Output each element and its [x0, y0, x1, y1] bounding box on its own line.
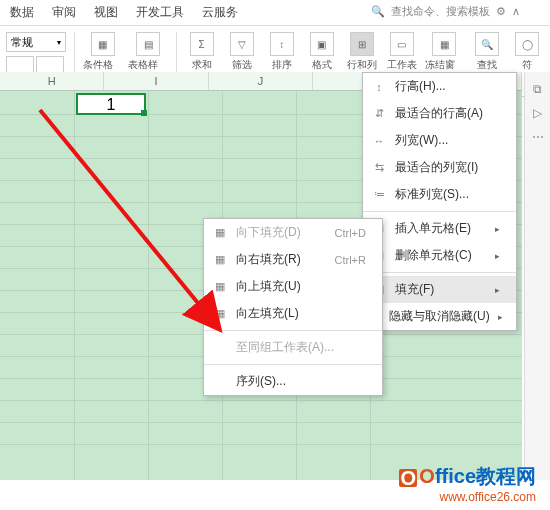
mi-delete-cells[interactable]: ⊟删除单元格(C)▸: [363, 242, 516, 269]
chevron-down-icon: ▾: [57, 38, 61, 47]
fill-left-icon: ▦: [212, 307, 228, 321]
submenu-arrow-icon: ▸: [495, 285, 500, 295]
collapse-icon[interactable]: ∧: [512, 5, 520, 18]
panel-toggle-icon[interactable]: ⧉: [533, 82, 542, 96]
mi-fill-right[interactable]: ▦向右填充(R)Ctrl+R: [204, 246, 382, 273]
std-width-icon: ≔: [371, 188, 387, 202]
btn-sort[interactable]: ↕排序: [265, 32, 299, 72]
col-h[interactable]: H: [0, 72, 104, 90]
fill-up-icon: ▦: [212, 280, 228, 294]
tab-dev[interactable]: 开发工具: [136, 4, 184, 21]
btn-rows-cols[interactable]: ⊞行和列: [345, 32, 379, 72]
btn-symbol[interactable]: ◯符: [510, 32, 544, 72]
rows-cols-menu: ↕行高(H)... ⇵最适合的行高(A) ↔列宽(W)... ⇆最适合的列宽(I…: [362, 72, 517, 331]
search-icon: 🔍: [371, 5, 385, 18]
mi-std-width[interactable]: ≔标准列宽(S)...: [363, 181, 516, 208]
fill-down-icon: ▦: [212, 226, 228, 240]
mi-hide[interactable]: ◫隐藏与取消隐藏(U)▸: [363, 303, 516, 330]
submenu-arrow-icon: ▸: [495, 251, 500, 261]
side-panel: ⧉ ▷ ⋯: [524, 72, 550, 480]
fill-submenu: ▦向下填充(D)Ctrl+D ▦向右填充(R)Ctrl+R ▦向上填充(U) ▦…: [203, 218, 383, 396]
btn-format[interactable]: ▣格式: [305, 32, 339, 72]
search-area[interactable]: 🔍 查找命令、搜索模板 ⚙ ∧: [371, 4, 520, 19]
mi-autofit-row[interactable]: ⇵最适合的行高(A): [363, 100, 516, 127]
submenu-arrow-icon: ▸: [495, 224, 500, 234]
tab-data[interactable]: 数据: [10, 4, 34, 21]
col-i[interactable]: I: [104, 72, 208, 90]
search-placeholder: 查找命令、搜索模板: [391, 4, 490, 19]
cell-style-select[interactable]: 常规▾: [6, 32, 66, 52]
watermark: OOffice教程网 www.office26.com: [399, 463, 536, 504]
mi-fill-left[interactable]: ▦向左填充(L): [204, 300, 382, 327]
settings-icon[interactable]: ⚙: [496, 5, 506, 18]
mi-insert-cells[interactable]: ⊞插入单元格(E)▸: [363, 215, 516, 242]
mi-col-width[interactable]: ↔列宽(W)...: [363, 127, 516, 154]
mi-autofit-col[interactable]: ⇆最适合的列宽(I): [363, 154, 516, 181]
autofit-col-icon: ⇆: [371, 161, 387, 175]
tab-review[interactable]: 审阅: [52, 4, 76, 21]
btn-worksheet[interactable]: ▭工作表: [385, 32, 419, 72]
btn-find[interactable]: 🔍查找: [470, 32, 504, 72]
col-j[interactable]: J: [209, 72, 313, 90]
more-icon[interactable]: ⋯: [532, 130, 544, 144]
mi-series[interactable]: 序列(S)...: [204, 368, 382, 395]
mi-fill-down: ▦向下填充(D)Ctrl+D: [204, 219, 382, 246]
submenu-arrow-icon: ▸: [498, 312, 503, 322]
autofit-row-icon: ⇵: [371, 107, 387, 121]
selected-cell[interactable]: 1: [76, 93, 146, 115]
cell-value: 1: [107, 96, 116, 113]
tab-view[interactable]: 视图: [94, 4, 118, 21]
mi-row-height[interactable]: ↕行高(H)...: [363, 73, 516, 100]
tab-cloud[interactable]: 云服务: [202, 4, 238, 21]
mi-fill-up[interactable]: ▦向上填充(U): [204, 273, 382, 300]
mi-fill-group: 至同组工作表(A)...: [204, 334, 382, 361]
row-height-icon: ↕: [371, 80, 387, 94]
btn-filter[interactable]: ▽筛选: [225, 32, 259, 72]
fill-right-icon: ▦: [212, 253, 228, 267]
mi-fill[interactable]: ▦填充(F)▸: [363, 276, 516, 303]
btn-sum[interactable]: Σ求和: [185, 32, 219, 72]
fill-handle[interactable]: [141, 110, 147, 116]
col-width-icon: ↔: [371, 134, 387, 148]
select-tool-icon[interactable]: ▷: [533, 106, 542, 120]
logo-icon: O: [399, 469, 417, 487]
